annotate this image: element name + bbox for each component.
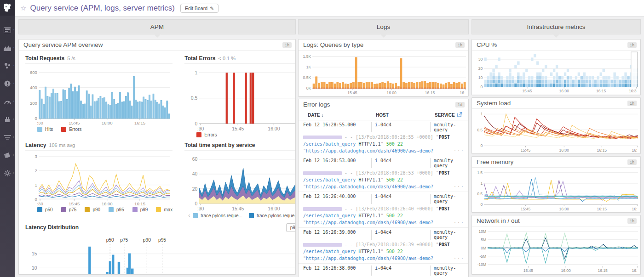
legend-swatch-icon bbox=[37, 207, 42, 212]
svg-text:0: 0 bbox=[480, 143, 483, 148]
legend-swatch-icon bbox=[156, 207, 161, 212]
free-memory-title-row[interactable]: Free memory 1h bbox=[472, 157, 640, 168]
log-date: Feb 12 16:28:55.000 bbox=[303, 122, 371, 132]
row-actions-icon[interactable]: ··· bbox=[454, 183, 465, 190]
app-sidebar: › › › › › › › › › bbox=[0, 0, 15, 277]
integrations-icon bbox=[4, 117, 11, 123]
legend-item[interactable]: Errors bbox=[196, 132, 217, 137]
total-time-chart[interactable]: 0204060:3015:4516:0016:15 bbox=[184, 152, 296, 211]
infrastructure-icon bbox=[4, 62, 11, 69]
total-requests-chart[interactable]: 0200400600:3015:4516:0016:15 bbox=[25, 65, 172, 126]
legend-item[interactable]: p75 bbox=[61, 207, 77, 212]
redacted-block bbox=[303, 243, 342, 247]
latency-legend[interactable]: p50p75p90p95p99max bbox=[25, 206, 172, 214]
legend-swatch-icon bbox=[61, 207, 66, 212]
legend-swatch-icon bbox=[193, 213, 198, 218]
free-memory-chart[interactable]: 00.511.515:4516:0016:1516: bbox=[472, 168, 640, 211]
logs-queries-title-row[interactable]: Logs: Queries by type 1h bbox=[299, 40, 468, 51]
network-chart[interactable]: -10M-5M0M5M10M15:4516:0016:1516: bbox=[472, 226, 640, 273]
edit-board-button[interactable]: Edit Board ✎ bbox=[180, 4, 218, 13]
svg-text:3: 3 bbox=[35, 154, 37, 159]
svg-text:0: 0 bbox=[480, 202, 483, 207]
group-header-logs[interactable]: Logs bbox=[298, 19, 469, 34]
legend-item[interactable]: p90 bbox=[85, 207, 100, 212]
legend-item[interactable]: trace.pylons.reque... bbox=[193, 213, 242, 218]
sidebar-item-settings[interactable]: › bbox=[1, 169, 13, 177]
group-header-infrastructure[interactable]: Infrastructure metrics bbox=[472, 19, 641, 34]
svg-text:16:00: 16:00 bbox=[559, 207, 569, 211]
error-logs-title-row[interactable]: Error logs 1d bbox=[299, 99, 468, 110]
row-actions-icon[interactable]: ··· bbox=[454, 147, 465, 154]
favorite-star-icon[interactable]: ☆ bbox=[20, 4, 26, 12]
svg-text:0.5K: 0.5K bbox=[303, 75, 311, 80]
legend-item[interactable]: max bbox=[156, 207, 172, 212]
sidebar-item-dashboards[interactable]: › bbox=[1, 26, 13, 34]
column-header-date[interactable]: DATE ↓ bbox=[308, 113, 376, 118]
svg-text:16:00: 16:00 bbox=[386, 90, 397, 95]
svg-text:-5M: -5M bbox=[479, 254, 486, 259]
total-errors-legend[interactable]: Errors bbox=[184, 131, 296, 139]
log-row[interactable]: Feb 12 16:28:55.000i-04c4mcnulty-query -… bbox=[299, 120, 468, 156]
log-row[interactable]: Feb 12 16:26:39.000i-04c4mcnulty-query -… bbox=[299, 228, 468, 264]
log-row[interactable]: Feb 12 16:26:38.000i-04c4mcnulty-query -… bbox=[299, 264, 468, 277]
log-service: mcnulty-query bbox=[430, 122, 465, 132]
svg-text:16:00: 16:00 bbox=[559, 148, 569, 153]
svg-text:15:45: 15:45 bbox=[521, 207, 531, 211]
cpu-panel: CPU % 1h 010203015:4516:0016:1516:3 bbox=[472, 39, 641, 95]
logs-queries-panel: Logs: Queries by type 1h 0K0.5K1K1.5K15:… bbox=[298, 39, 469, 96]
timeframe-badge: 1h bbox=[627, 101, 637, 106]
total-requests-legend[interactable]: HitsErrors bbox=[25, 126, 172, 134]
redacted-block bbox=[303, 136, 342, 139]
redacted-block bbox=[303, 207, 342, 211]
log-row[interactable]: Feb 12 16:26:40.000i-04c4mcnulty-query -… bbox=[299, 192, 468, 228]
legend-item[interactable]: Hits bbox=[37, 127, 53, 132]
system-load-title-row[interactable]: System load 1h bbox=[472, 98, 640, 109]
timeframe-badge: 1d bbox=[455, 102, 465, 107]
sidebar-item-infrastructure[interactable]: › bbox=[1, 62, 13, 70]
legend-item[interactable]: Errors bbox=[61, 127, 81, 132]
external-link-icon[interactable] bbox=[457, 112, 466, 118]
svg-text:15:45: 15:45 bbox=[347, 90, 357, 95]
legend-item[interactable]: trace.pylons.reque... bbox=[249, 213, 296, 218]
sidebar-item-notebooks[interactable]: › bbox=[1, 133, 13, 141]
apm-panel-title-row[interactable]: Query service APM overview 1h bbox=[19, 40, 295, 51]
svg-text:5M: 5M bbox=[481, 237, 486, 242]
row-actions-icon[interactable]: ··· bbox=[454, 255, 465, 262]
latency-chart[interactable]: 0123:3015:4516:0016:15 bbox=[25, 152, 172, 206]
sidebar-item-apm[interactable]: › bbox=[1, 97, 13, 106]
svg-text:16:00: 16:00 bbox=[268, 206, 280, 211]
legend-item[interactable]: p99 bbox=[132, 207, 148, 212]
sidebar-item-logs[interactable]: › bbox=[1, 151, 13, 159]
log-date: Feb 12 16:26:39.000 bbox=[303, 230, 371, 240]
group-header-apm[interactable]: APM bbox=[18, 19, 296, 34]
log-message: - - [13/Feb/2018:00:28:53 +0000] "POST/s… bbox=[303, 170, 465, 190]
legend-scroll-left-icon[interactable]: ‹ bbox=[188, 212, 190, 219]
svg-text:16:: 16: bbox=[632, 148, 637, 153]
legend-item[interactable]: p95 bbox=[109, 207, 124, 212]
legend-item[interactable]: p50 bbox=[37, 207, 53, 212]
datadog-logo-icon[interactable] bbox=[0, 0, 15, 16]
log-row[interactable]: Feb 12 16:28:53.000i-04c4mcnulty-query -… bbox=[299, 156, 468, 192]
legend-swatch-icon bbox=[85, 207, 90, 212]
total-time-legend[interactable]: trace.pylons.reque...trace.pylons.reque.… bbox=[193, 213, 296, 218]
column-header-host[interactable]: HOST bbox=[376, 113, 435, 118]
sidebar-item-integrations[interactable]: › bbox=[1, 115, 13, 124]
legend-swatch-icon bbox=[196, 132, 201, 137]
svg-text:16:00: 16:00 bbox=[268, 126, 280, 131]
column-header-service[interactable]: SERVICE bbox=[435, 113, 457, 118]
log-message: - - [13/Feb/2018:00:28:55 +0000] "POST/s… bbox=[303, 134, 465, 154]
logs-queries-chart[interactable]: 0K0.5K1K1.5K15:4516:0016:1516: bbox=[299, 51, 468, 95]
row-actions-icon[interactable]: ··· bbox=[454, 219, 465, 226]
cpu-heatmap-chart[interactable]: 010203015:4516:0016:1516:3 bbox=[472, 51, 640, 94]
sidebar-item-metrics[interactable]: › bbox=[1, 44, 13, 52]
sidebar-item-monitors[interactable]: › bbox=[1, 79, 13, 88]
network-title-row[interactable]: Network in / out 1h bbox=[472, 215, 640, 226]
system-load-chart[interactable]: 00.5115:4516:0016:1516: bbox=[472, 109, 640, 153]
latency-distribution-chart[interactable]: 0510150 ns50 ms100 ms150 ms200 ms250 ms3… bbox=[25, 235, 296, 275]
percentile-button-p90[interactable]: p90 bbox=[286, 223, 296, 232]
svg-text:15: 15 bbox=[32, 252, 37, 257]
cpu-title-row[interactable]: CPU % 1h bbox=[472, 40, 640, 51]
redacted-block bbox=[303, 171, 342, 175]
total-errors-chart[interactable]: 00.51:3015:4516:0016:15 bbox=[184, 65, 296, 131]
svg-text:1: 1 bbox=[35, 182, 37, 187]
